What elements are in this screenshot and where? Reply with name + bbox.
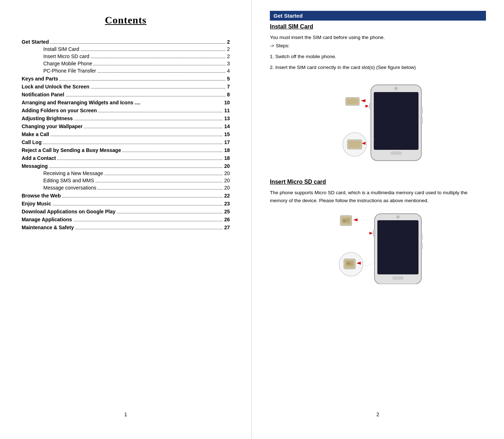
toc-dots [91, 88, 226, 88]
toc-page-number: 8 [227, 92, 230, 97]
toc-page-number: 23 [224, 201, 230, 207]
toc-entry: Messaging20 [22, 163, 230, 169]
svg-rect-17 [369, 103, 372, 109]
toc-dots [43, 144, 223, 144]
toc-page-number: 10 [224, 100, 230, 105]
toc-page-number: 20 [224, 178, 230, 183]
install-sim-title: Install SIM Card [270, 23, 486, 30]
toc-dots [105, 175, 223, 175]
toc-page-number: 20 [224, 163, 230, 169]
toc-entry: Adjusting Brightness13 [22, 116, 230, 121]
toc-page-number: 15 [224, 131, 230, 137]
toc-dots [122, 152, 223, 152]
svg-rect-34 [377, 220, 418, 274]
toc-entry: Download Applications on Google Play25 [22, 209, 230, 214]
toc-dots [98, 112, 223, 112]
toc-label: Charge Mobile Phone [43, 61, 92, 66]
svg-marker-26 [353, 218, 358, 221]
toc-page-number: 25 [224, 209, 230, 214]
toc-label: Editing SMS and MMS [43, 178, 94, 183]
svg-marker-5 [361, 99, 365, 102]
toc-label: Notification Panel [22, 92, 64, 97]
toc-dots [84, 128, 223, 128]
svg-point-36 [396, 216, 399, 218]
toc-page-number: 7 [227, 84, 230, 90]
page-left: Contents Get Started2Install SIM Card2In… [0, 0, 252, 439]
toc-entry: Notification Panel8 [22, 92, 230, 97]
toc-dots [98, 189, 223, 190]
toc-dots [60, 80, 225, 81]
toc-label: Adding Folders on your Screen [22, 108, 97, 113]
toc-page-number: 13 [224, 116, 230, 121]
install-sim-step2: 2. Insert the SIM card correctly in the … [270, 63, 486, 72]
toc-label: Browse the Web [22, 193, 61, 199]
left-page-number: 1 [22, 401, 230, 417]
toc-entry: Insert Micro SD card2 [22, 53, 230, 59]
toc-label: Call Log [22, 139, 41, 145]
toc-dots [49, 168, 223, 168]
insert-sd-description: The phone supports Micro SD card, which … [270, 189, 486, 204]
contents-title: Contents [22, 14, 230, 26]
toc-entry: Reject a Call by Sending a Busy Message1… [22, 147, 230, 153]
insert-sd-title: Insert Micro SD card [270, 179, 486, 185]
toc-page-number: 17 [224, 139, 230, 145]
toc-label: Add a Contact [22, 155, 56, 161]
toc-page-number: 18 [224, 155, 230, 161]
toc-label: Manage Applications [22, 217, 72, 222]
toc-dots [66, 96, 225, 96]
toc-entry: Make a Call15 [22, 131, 230, 137]
toc-entry: Get Started2 [22, 39, 230, 45]
toc-entry: Editing SMS and MMS20 [22, 178, 230, 183]
toc-page-number: 20 [224, 185, 230, 191]
toc-entry: Lock and Unlock the Screen7 [22, 84, 230, 90]
toc-entry: Adding Folders on your Screen11 [22, 108, 230, 113]
toc-entry: Keys and Parts5 [22, 76, 230, 82]
svg-rect-8 [349, 141, 361, 148]
toc-entry: Browse the Web22 [22, 193, 230, 199]
toc-page-number: 26 [224, 217, 230, 222]
toc-dots [50, 43, 225, 44]
toc-page-number: 18 [224, 147, 230, 153]
svg-rect-20 [421, 117, 422, 124]
microsd-illustration: SD SD [270, 212, 486, 284]
toc-dots [75, 229, 223, 229]
toc-dots [57, 160, 223, 160]
toc-table: Get Started2Install SIM Card2Insert Micr… [22, 37, 230, 232]
svg-text:SD: SD [347, 262, 350, 265]
right-page-number: 2 [270, 401, 486, 417]
toc-entry: PC-Phone File Transfer4 [22, 68, 230, 74]
toc-label: Arranging and Rearranging Widgets and Ic… [22, 100, 140, 105]
toc-dots [97, 72, 225, 73]
toc-label: Messaging [22, 163, 48, 169]
svg-marker-38 [369, 232, 373, 235]
toc-dots [51, 136, 223, 136]
toc-dots [117, 213, 223, 213]
toc-label: Message conversations [43, 185, 96, 191]
toc-entry: Manage Applications26 [22, 217, 230, 222]
toc-page-number: 3 [227, 61, 230, 66]
toc-entry: Arranging and Rearranging Widgets and Ic… [22, 100, 230, 105]
install-sim-steps-prefix: -> Steps: [270, 42, 486, 50]
toc-label: Receiving a New Message [43, 170, 103, 176]
toc-label: Insert Micro SD card [43, 53, 89, 59]
toc-label: Make a Call [22, 131, 49, 137]
install-sim-intro: You must insert the SIM card before usin… [270, 34, 486, 42]
svg-rect-40 [421, 243, 422, 249]
toc-dots [96, 182, 223, 182]
get-started-header: Get Started [270, 11, 486, 21]
toc-label: Adjusting Brightness [22, 116, 73, 121]
toc-dots [74, 120, 223, 120]
toc-entry: Changing your Wallpaper14 [22, 123, 230, 129]
toc-page-number: 2 [227, 46, 230, 52]
sim-card-illustration [270, 81, 486, 164]
toc-dots [93, 65, 225, 65]
toc-label: Changing your Wallpaper [22, 123, 83, 129]
page-right: Get Started Install SIM Card You must in… [252, 0, 504, 439]
svg-rect-37 [373, 230, 375, 236]
toc-page-number: 27 [224, 225, 230, 230]
toc-entry: Install SIM Card2 [22, 46, 230, 52]
toc-entry: Add a Contact18 [22, 155, 230, 161]
toc-page-number: 5 [227, 76, 230, 82]
toc-dots [91, 58, 226, 58]
toc-entry: Charge Mobile Phone3 [22, 61, 230, 66]
